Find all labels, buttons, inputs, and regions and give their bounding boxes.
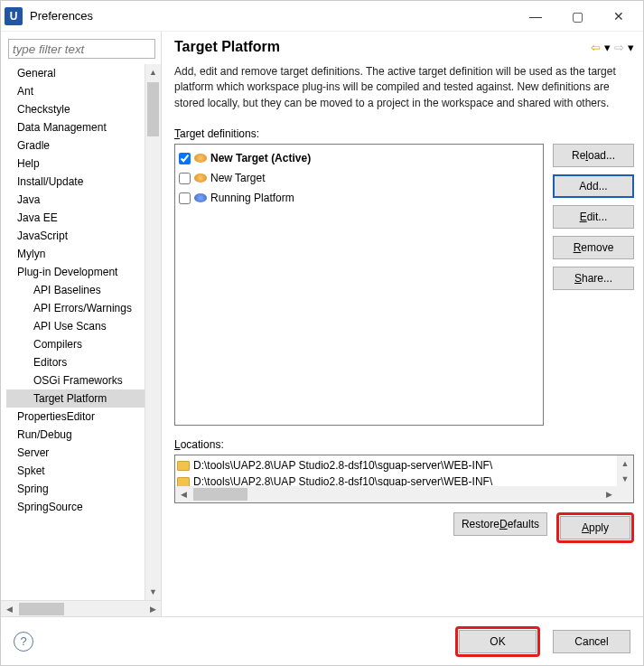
page-description: Add, edit and remove target definitions.…: [174, 64, 634, 111]
definition-buttons: Reload... Add... Edit... Remove Share...: [553, 144, 634, 426]
tree-item[interactable]: JavaScript: [6, 227, 145, 245]
definition-checkbox[interactable]: [179, 173, 191, 184]
edit-button[interactable]: Edit...: [553, 205, 634, 229]
folder-icon: [177, 477, 190, 487]
apply-button[interactable]: Apply: [560, 516, 630, 539]
tree-item[interactable]: Java EE: [6, 209, 145, 227]
tree-vertical-scrollbar[interactable]: ▲▼: [145, 64, 161, 600]
tree-item[interactable]: SpringSource: [6, 498, 145, 516]
forward-icon[interactable]: ⇨: [614, 41, 624, 54]
target-definition-item[interactable]: Running Platform: [179, 188, 539, 208]
target-icon: [194, 174, 207, 183]
ok-button[interactable]: OK: [459, 630, 537, 653]
folder-icon: [177, 461, 190, 471]
target-definition-item[interactable]: New Target (Active): [179, 148, 539, 168]
tree-item[interactable]: Spket: [6, 462, 145, 480]
detail-pane: Target Platform ⇦ ▾ ⇨ ▾ Add, edit and re…: [162, 32, 643, 616]
back-menu-icon[interactable]: ▾: [604, 41, 611, 54]
preferences-window: U Preferences — ▢ ✕ GeneralAntCheckstyle…: [0, 0, 644, 666]
tree-item[interactable]: Install/Update: [6, 173, 145, 191]
target-definitions-list[interactable]: New Target (Active)New TargetRunning Pla…: [174, 144, 544, 426]
page-title: Target Platform: [174, 39, 591, 55]
tree-item[interactable]: Java: [6, 191, 145, 209]
tree-item[interactable]: Mylyn: [6, 245, 145, 263]
share-button[interactable]: Share...: [553, 267, 634, 290]
history-nav: ⇦ ▾ ⇨ ▾: [591, 41, 634, 54]
restore-defaults-button[interactable]: Restore Defaults: [453, 512, 547, 536]
tree-item[interactable]: Help: [6, 155, 145, 173]
tree-item[interactable]: Server: [6, 444, 145, 462]
tree-item[interactable]: Ant: [6, 82, 145, 100]
footer: ? OK Cancel: [1, 616, 643, 665]
tree-item[interactable]: Data Management: [6, 118, 145, 136]
tree-item[interactable]: Plug-in Development: [6, 263, 145, 281]
tree-item[interactable]: OSGi Frameworks: [6, 371, 145, 389]
ok-highlight: OK: [455, 626, 540, 657]
preference-tree[interactable]: GeneralAntCheckstyleData ManagementGradl…: [1, 64, 145, 600]
definition-name: New Target (Active): [210, 152, 311, 164]
forward-menu-icon[interactable]: ▾: [628, 41, 634, 54]
close-button[interactable]: ✕: [598, 3, 639, 30]
apply-highlight: Apply: [556, 512, 634, 543]
tree-item[interactable]: Target Platform: [6, 389, 145, 408]
location-item[interactable]: D:\tools\UAP2.8\UAP Studio2.8-dsf10\sgua…: [177, 457, 631, 474]
help-icon[interactable]: ?: [14, 632, 33, 652]
definition-name: New Target: [210, 172, 265, 184]
tree-item[interactable]: Gradle: [6, 136, 145, 155]
target-definition-item[interactable]: New Target: [179, 168, 539, 188]
sidebar: GeneralAntCheckstyleData ManagementGradl…: [1, 32, 162, 616]
tree-item[interactable]: Run/Debug: [6, 426, 145, 444]
app-icon: U: [5, 7, 23, 25]
location-path: D:\tools\UAP2.8\UAP Studio2.8-dsf10\sgua…: [193, 459, 492, 472]
tree-item[interactable]: API Errors/Warnings: [6, 299, 145, 317]
locations-vertical-scrollbar[interactable]: ▲▼: [617, 455, 633, 486]
back-icon[interactable]: ⇦: [591, 41, 601, 54]
titlebar: U Preferences — ▢ ✕: [1, 1, 643, 32]
tree-item[interactable]: Editors: [6, 353, 145, 371]
remove-button[interactable]: Remove: [553, 236, 634, 259]
definition-checkbox[interactable]: [179, 153, 191, 164]
window-title: Preferences: [30, 9, 93, 23]
tree-item[interactable]: API Use Scans: [6, 317, 145, 335]
target-icon: [194, 193, 207, 202]
maximize-button[interactable]: ▢: [556, 3, 598, 30]
tree-item[interactable]: Spring: [6, 480, 145, 498]
target-definitions-label: Target definitions:: [174, 127, 634, 140]
reload-button[interactable]: Reload...: [553, 144, 634, 167]
tree-item[interactable]: General: [6, 64, 145, 82]
definition-name: Running Platform: [210, 192, 294, 204]
tree-horizontal-scrollbar[interactable]: ◀▶: [1, 600, 161, 616]
tree-item[interactable]: PropertiesEditor: [6, 408, 145, 426]
locations-list[interactable]: D:\tools\UAP2.8\UAP Studio2.8-dsf10\sgua…: [174, 455, 634, 503]
cancel-button[interactable]: Cancel: [553, 630, 630, 653]
add-button[interactable]: Add...: [553, 174, 634, 198]
filter-input[interactable]: [8, 39, 155, 59]
target-icon: [194, 154, 207, 163]
minimize-button[interactable]: —: [515, 3, 556, 30]
tree-item[interactable]: Compilers: [6, 335, 145, 353]
locations-label: Locations:: [174, 438, 634, 451]
tree-item[interactable]: Checkstyle: [6, 100, 145, 118]
tree-item[interactable]: API Baselines: [6, 281, 145, 299]
locations-horizontal-scrollbar[interactable]: ◀▶: [175, 486, 617, 502]
definition-checkbox[interactable]: [179, 192, 191, 204]
